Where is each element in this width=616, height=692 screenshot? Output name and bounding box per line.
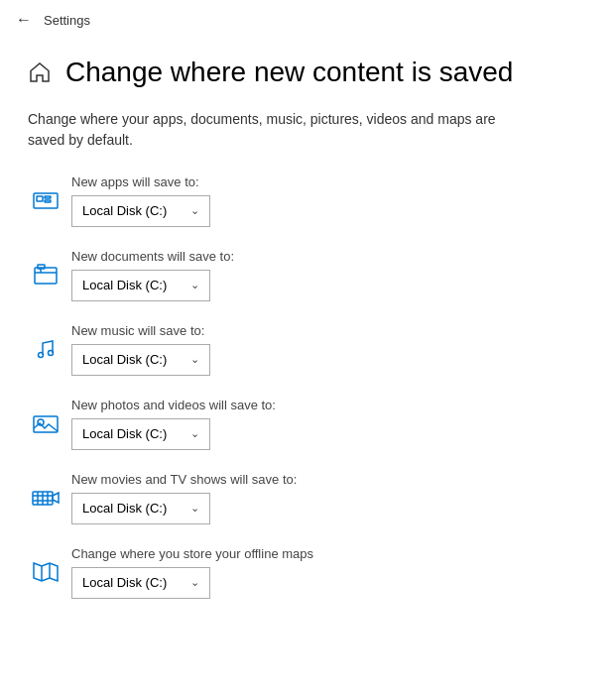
apps-icon	[28, 189, 63, 211]
documents-icon	[28, 263, 63, 287]
chevron-down-icon: ⌄	[190, 427, 199, 440]
svg-rect-2	[45, 196, 51, 198]
page-header: Change where new content is saved	[28, 56, 588, 89]
setting-label-music: New music will save to:	[71, 323, 588, 338]
setting-value-photos: Local Disk (C:)	[82, 426, 167, 441]
setting-row-apps: New apps will save to: Local Disk (C:) ⌄	[28, 174, 588, 227]
setting-select-movies[interactable]: Local Disk (C:) ⌄	[71, 493, 210, 524]
svg-rect-8	[34, 416, 58, 432]
setting-row-photos: New photos and videos will save to: Loca…	[28, 398, 588, 450]
setting-select-photos[interactable]: Local Disk (C:) ⌄	[71, 418, 210, 450]
setting-select-documents[interactable]: Local Disk (C:) ⌄	[71, 270, 210, 301]
setting-body-maps: Change where you store your offline maps…	[71, 546, 588, 599]
settings-container: New apps will save to: Local Disk (C:) ⌄…	[28, 174, 588, 599]
setting-select-music[interactable]: Local Disk (C:) ⌄	[71, 344, 210, 376]
svg-point-6	[39, 353, 44, 358]
setting-label-movies: New movies and TV shows will save to:	[71, 472, 588, 487]
svg-rect-1	[37, 196, 43, 201]
chevron-down-icon: ⌄	[190, 204, 199, 217]
setting-value-maps: Local Disk (C:)	[82, 575, 167, 590]
movies-icon	[28, 487, 63, 509]
app-title: Settings	[44, 13, 90, 28]
chevron-down-icon: ⌄	[190, 353, 199, 366]
setting-row-movies: New movies and TV shows will save to: Lo…	[28, 472, 588, 524]
music-icon	[28, 337, 63, 361]
setting-select-maps[interactable]: Local Disk (C:) ⌄	[71, 567, 210, 599]
main-content: Change where new content is saved Change…	[0, 40, 616, 640]
back-button[interactable]: ←	[16, 12, 32, 28]
home-icon	[28, 60, 52, 84]
setting-value-apps: Local Disk (C:)	[82, 203, 167, 218]
maps-icon	[28, 560, 63, 584]
setting-select-apps[interactable]: Local Disk (C:) ⌄	[71, 195, 210, 227]
setting-row-documents: New documents will save to: Local Disk (…	[28, 249, 588, 301]
chevron-down-icon: ⌄	[190, 279, 199, 291]
title-bar: ← Settings	[0, 0, 616, 40]
svg-rect-5	[38, 265, 45, 269]
photos-icon	[28, 411, 63, 435]
setting-value-movies: Local Disk (C:)	[82, 501, 167, 516]
setting-body-photos: New photos and videos will save to: Loca…	[71, 398, 588, 450]
setting-label-documents: New documents will save to:	[71, 249, 588, 264]
setting-value-music: Local Disk (C:)	[82, 352, 167, 367]
setting-body-music: New music will save to: Local Disk (C:) …	[71, 323, 588, 376]
setting-label-maps: Change where you store your offline maps	[71, 546, 588, 561]
description-text: Change where your apps, documents, music…	[28, 109, 504, 151]
setting-value-documents: Local Disk (C:)	[82, 278, 167, 292]
setting-body-apps: New apps will save to: Local Disk (C:) ⌄	[71, 174, 588, 227]
setting-body-movies: New movies and TV shows will save to: Lo…	[71, 472, 588, 524]
setting-label-apps: New apps will save to:	[71, 174, 588, 189]
chevron-down-icon: ⌄	[190, 576, 199, 589]
chevron-down-icon: ⌄	[190, 502, 199, 515]
setting-label-photos: New photos and videos will save to:	[71, 398, 588, 412]
svg-point-7	[49, 351, 54, 356]
svg-marker-16	[34, 563, 58, 581]
svg-rect-4	[35, 268, 57, 284]
setting-row-music: New music will save to: Local Disk (C:) …	[28, 323, 588, 376]
setting-row-maps: Change where you store your offline maps…	[28, 546, 588, 599]
page-title: Change where new content is saved	[65, 56, 513, 89]
svg-rect-3	[45, 200, 51, 202]
setting-body-documents: New documents will save to: Local Disk (…	[71, 249, 588, 301]
